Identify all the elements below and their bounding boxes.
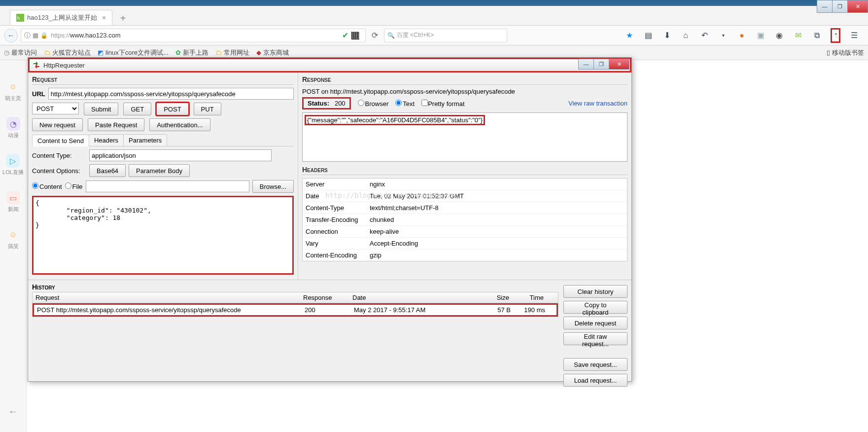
- bookmark-star-icon[interactable]: ★: [625, 31, 634, 40]
- response-topline: POST on http://mtest.yitopapp.com/ssposs…: [302, 88, 627, 95]
- globe-icon[interactable]: ●: [737, 31, 747, 40]
- downloads-icon[interactable]: ⬇: [662, 31, 672, 40]
- folder-icon: 🗀: [44, 49, 50, 56]
- file-path-input[interactable]: [86, 180, 249, 192]
- response-body-area[interactable]: {"message":"","safecode":"A16F0D4D5FC085…: [302, 112, 627, 162]
- history-row[interactable]: POST http://mtest.yitopapp.com/ssposs-se…: [33, 303, 558, 317]
- httprequester-ext-icon[interactable]: [831, 28, 840, 43]
- content-options-label: Content Options:: [32, 167, 86, 175]
- save-request-button[interactable]: Save request...: [563, 358, 627, 371]
- method-select[interactable]: POST: [32, 103, 79, 114]
- bookmark-linuxcore[interactable]: ◩linux下core文件调试...: [98, 48, 169, 57]
- request-body-textarea[interactable]: { "region_id": "430102", "category": 18 …: [32, 196, 294, 275]
- new-tab-button[interactable]: +: [116, 12, 130, 25]
- base64-button[interactable]: Base64: [89, 164, 126, 177]
- content-radio[interactable]: Content: [32, 182, 62, 190]
- sidebar-collapse-icon[interactable]: ←: [8, 406, 18, 417]
- sidebar-item-lol[interactable]: ▷LOL直播: [2, 154, 24, 176]
- reload-button[interactable]: ⟳: [372, 31, 378, 40]
- header-row: DateTue, 02 May 2017 01:52:37 GMT: [303, 190, 627, 202]
- request-panel: Request URL POST Submit GET POST PUT New…: [28, 72, 298, 280]
- col-request[interactable]: Request: [33, 292, 300, 303]
- copy-clipboard-button[interactable]: Copy to clipboard: [563, 301, 627, 314]
- header-value: Tue, 02 May 2017 01:52:37 GMT: [367, 190, 627, 202]
- hamburger-menu-icon[interactable]: ☰: [849, 31, 859, 40]
- browser-titlebar: [0, 0, 868, 6]
- shield-icon[interactable]: ✔: [342, 31, 348, 40]
- hr-minimize-button[interactable]: —: [578, 59, 594, 70]
- home-icon[interactable]: ⌂: [681, 31, 691, 40]
- header-key: Vary: [303, 238, 367, 249]
- toolbar-icons: ★ ▤ ⬇ ⌂ ↶ ▾ ● ▣ ◉ ✉ ⧉ ☰: [625, 28, 864, 43]
- url-label: URL: [32, 90, 45, 98]
- authentication-button[interactable]: Authentication...: [149, 118, 210, 131]
- col-date[interactable]: Date: [349, 292, 481, 303]
- col-response[interactable]: Response: [300, 292, 349, 303]
- col-size[interactable]: Size: [481, 292, 512, 303]
- bookmark-mobile[interactable]: ▯移动版书签: [827, 48, 864, 57]
- browser-tab-active[interactable]: h hao123_上网从这里开始 ×: [10, 10, 112, 25]
- parameter-body-button[interactable]: Parameter Body: [129, 164, 190, 177]
- response-heading: Response: [302, 75, 627, 85]
- folder-icon: 🗀: [215, 49, 222, 56]
- tab-title: hao123_上网从这里开始: [27, 13, 97, 22]
- page-info-icon[interactable]: ⓘ: [24, 31, 31, 40]
- get-button[interactable]: GET: [123, 103, 151, 115]
- bookmark-jd[interactable]: ◆京东商城: [256, 48, 289, 57]
- load-request-button[interactable]: Load request...: [563, 374, 627, 387]
- library-icon[interactable]: ▤: [643, 31, 653, 40]
- edit-raw-button[interactable]: Edit raw request...: [563, 332, 627, 345]
- mobile-icon: ▯: [827, 49, 830, 56]
- response-body-text: {"message":"","safecode":"A16F0D4D5FC085…: [305, 115, 485, 125]
- tab-close-icon[interactable]: ×: [102, 14, 106, 22]
- url-combobox[interactable]: [48, 88, 294, 100]
- status-code: 200: [335, 100, 346, 107]
- pretty-checkbox[interactable]: Pretty format: [421, 100, 464, 108]
- submit-button[interactable]: Submit: [84, 103, 118, 115]
- sidebar-item-news[interactable]: ▭新闻: [6, 191, 20, 213]
- delete-request-button[interactable]: Delete request: [563, 317, 627, 329]
- browser-radio[interactable]: Browser: [358, 100, 389, 108]
- back-button[interactable]: ←: [4, 29, 18, 42]
- text-radio[interactable]: Text: [395, 100, 415, 108]
- clear-history-button[interactable]: Clear history: [563, 285, 627, 298]
- hr-maximize-button[interactable]: ❐: [593, 59, 609, 70]
- col-time[interactable]: Time: [512, 292, 547, 303]
- put-button[interactable]: PUT: [194, 103, 221, 115]
- paste-request-button[interactable]: Paste Request: [88, 118, 144, 131]
- post-button[interactable]: POST: [156, 103, 188, 115]
- os-close-button[interactable]: ✕: [847, 0, 868, 13]
- chat-icon[interactable]: ✉: [793, 31, 803, 40]
- content-type-label: Content Type:: [32, 152, 86, 159]
- file-radio[interactable]: File: [65, 182, 83, 190]
- sidebar-item-anime[interactable]: ◔动漫: [6, 117, 20, 139]
- header-row: Content-Typetext/html;charset=UTF-8: [303, 202, 627, 214]
- header-key: Connection: [303, 226, 367, 237]
- dropdown-icon[interactable]: ▾: [718, 33, 728, 38]
- view-raw-link[interactable]: View raw transaction: [568, 100, 627, 107]
- browse-button[interactable]: Browse...: [252, 180, 294, 193]
- undo-icon[interactable]: ↶: [699, 31, 709, 40]
- bookmark-newbie[interactable]: ✿新手上路: [175, 48, 208, 57]
- url-input[interactable]: ⓘ ▦ 🔒 https://www.hao123.com ✔: [21, 29, 366, 42]
- hr-titlebar[interactable]: HttpRequester: [28, 58, 631, 72]
- bookmark-firefox[interactable]: 🗀火狐官方站点: [44, 48, 91, 57]
- os-minimize-button[interactable]: —: [817, 0, 833, 13]
- sidebar-item-funny[interactable]: ☺搞笑: [6, 228, 20, 250]
- hr-title: HttpRequester: [43, 62, 85, 69]
- turbo-icon[interactable]: ◉: [774, 31, 784, 40]
- new-request-button[interactable]: New request: [32, 118, 83, 131]
- tab-content[interactable]: Content to Send: [32, 135, 89, 146]
- search-input[interactable]: 🔍 百度 <Ctrl+K>: [384, 29, 507, 42]
- image-icon[interactable]: ▣: [756, 31, 765, 40]
- content-type-combobox[interactable]: [89, 149, 272, 161]
- hr-close-button[interactable]: ✕: [609, 59, 629, 70]
- qr-icon[interactable]: [351, 32, 359, 39]
- tab-headers[interactable]: Headers: [89, 134, 124, 146]
- tab-parameters[interactable]: Parameters: [123, 134, 167, 146]
- crop-icon[interactable]: ⧉: [812, 31, 822, 40]
- os-maximize-button[interactable]: ❐: [832, 0, 848, 13]
- bookmark-common[interactable]: 🗀常用网址: [215, 48, 249, 57]
- sidebar-item-mengzhu[interactable]: ☺萌主页: [5, 80, 21, 102]
- bookmark-mostvisited[interactable]: ◷最常访问: [4, 48, 37, 57]
